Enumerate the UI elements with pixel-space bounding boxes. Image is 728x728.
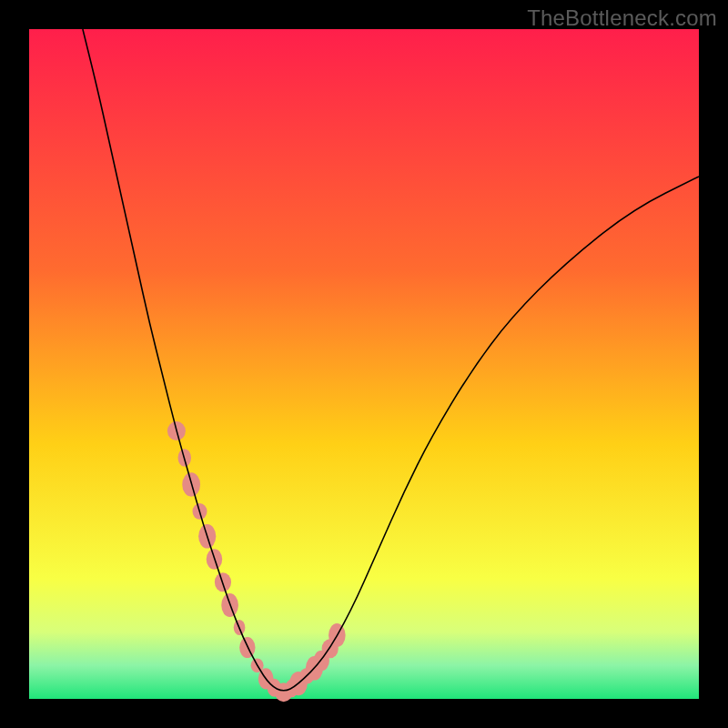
watermark-text: TheBottleneck.com — [527, 5, 717, 31]
bottleneck-curve-svg — [29, 29, 699, 699]
bottleneck-curve-line — [83, 29, 699, 691]
chart-plot-area — [29, 29, 699, 699]
curve-blob — [277, 683, 291, 700]
chart-frame: TheBottleneck.com — [0, 0, 728, 728]
curve-highlight-blobs — [167, 421, 346, 702]
